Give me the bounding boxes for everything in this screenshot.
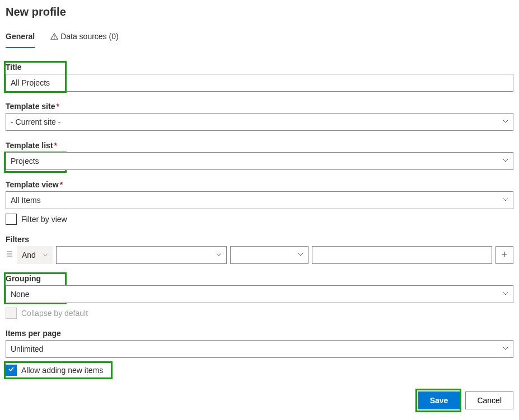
grouping-select[interactable]	[6, 285, 513, 303]
field-template-view: Template view* Filter by view	[6, 180, 513, 225]
add-filter-button[interactable]: +	[495, 246, 513, 264]
drag-handle-icon[interactable]	[6, 250, 13, 259]
cancel-button[interactable]: Cancel	[465, 391, 513, 409]
check-icon	[7, 365, 15, 375]
field-title: Title	[6, 63, 513, 92]
save-button[interactable]: Save	[418, 391, 460, 409]
field-filters: Filters +	[6, 235, 513, 264]
grouping-label: Grouping	[6, 274, 41, 283]
filter-by-view-checkbox[interactable]	[6, 214, 17, 225]
tab-data-sources[interactable]: Data sources (0)	[50, 29, 118, 48]
filter-field-select[interactable]	[56, 246, 227, 264]
filter-value-input[interactable]	[312, 246, 493, 264]
field-grouping: Grouping Collapse by default	[6, 274, 513, 319]
footer-buttons: Save Cancel	[6, 391, 513, 409]
title-label: Title	[6, 63, 22, 72]
template-site-label: Template site*	[6, 102, 59, 111]
template-site-select[interactable]	[6, 113, 513, 131]
required-asterisk: *	[60, 180, 63, 189]
filters-label: Filters	[6, 235, 29, 244]
allow-adding-label: Allow adding new items	[21, 366, 103, 375]
plus-icon: +	[502, 249, 508, 261]
field-template-site: Template site*	[6, 102, 513, 131]
filter-by-view-label: Filter by view	[21, 215, 67, 224]
allow-adding-checkbox[interactable]	[6, 365, 17, 376]
items-per-page-select[interactable]	[6, 340, 513, 358]
field-template-list: Template list*	[6, 141, 513, 170]
required-asterisk: *	[54, 141, 57, 150]
tab-general[interactable]: General	[6, 29, 35, 48]
page-title: New profile	[6, 6, 513, 18]
filter-operator-select[interactable]	[230, 246, 308, 264]
collapse-label: Collapse by default	[21, 309, 88, 318]
required-asterisk: *	[56, 102, 59, 111]
svg-point-1	[54, 38, 54, 39]
tabs: General Data sources (0)	[6, 29, 513, 48]
template-view-label: Template view*	[6, 180, 63, 189]
filter-logic-select[interactable]	[17, 246, 53, 264]
tab-data-sources-label: Data sources (0)	[60, 32, 118, 41]
template-list-label: Template list*	[6, 141, 57, 150]
template-list-select[interactable]	[6, 152, 513, 170]
field-items-per-page: Items per page Allow adding new items	[6, 329, 513, 376]
title-input[interactable]	[6, 74, 513, 92]
items-per-page-label: Items per page	[6, 329, 61, 338]
warning-icon	[50, 32, 58, 42]
collapse-checkbox	[6, 308, 17, 319]
template-view-select[interactable]	[6, 191, 513, 209]
